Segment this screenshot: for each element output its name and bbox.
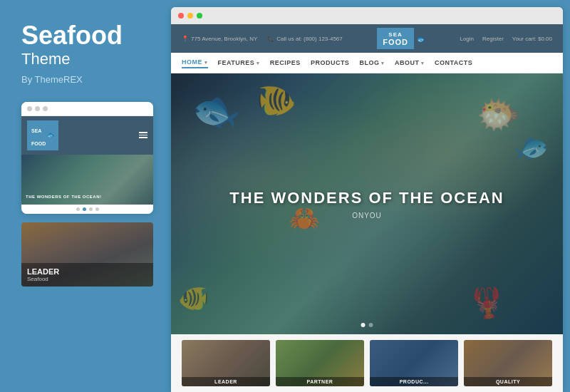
- nav-item-about[interactable]: ABOUT ▾: [395, 58, 425, 68]
- thumb-card-quality[interactable]: QUALITY: [464, 340, 552, 386]
- thumb-overlay-1: LEADER: [182, 377, 270, 386]
- dot-1: [27, 106, 32, 111]
- fish-decoration-6: 🦞: [467, 283, 508, 323]
- nav-arrow-about: ▾: [421, 61, 425, 66]
- nav-item-home[interactable]: HOME ▾: [182, 57, 208, 68]
- bottom-thumbnail: LEADER Seafood: [21, 222, 153, 287]
- mobile-dot-4: [95, 207, 99, 211]
- thumb-overlay-2: PARTNER: [276, 377, 364, 386]
- hero-dot-2[interactable]: [369, 323, 373, 327]
- cart-info[interactable]: Your cart: $0.00: [512, 36, 552, 42]
- fish-decoration-5: 🐠: [177, 282, 210, 314]
- hero-sub-text: ONYOU: [229, 212, 504, 220]
- thumb-overlay-3: PRODUC...: [370, 377, 458, 386]
- mobile-logo-fish-icon: 🐟: [47, 132, 54, 138]
- hero-main-text: THE WONDERS OF THE OCEAN: [229, 189, 504, 207]
- brand-subtitle: Theme: [21, 50, 157, 68]
- site-navigation: HOME ▾ FEATURES ▾ RECIPES PRODUCTS BLOG …: [171, 53, 563, 73]
- fish-decoration-3: 🐡: [472, 91, 523, 140]
- mobile-titlebar: [21, 102, 153, 116]
- mobile-hero-text: THE WONDERS OF THE OCEAN!: [26, 195, 102, 199]
- browser-minimize-button[interactable]: [187, 13, 193, 19]
- thumb-card-leader[interactable]: LEADER: [182, 340, 270, 386]
- hero-section: 🐟 🐠 🐡 🐟 🐠 🦞 🦀 THE WONDERS OF THE OCEAN O…: [171, 73, 563, 334]
- nav-arrow-home: ▾: [204, 60, 208, 65]
- hero-carousel-dots: [361, 323, 373, 327]
- browser-close-button[interactable]: [178, 13, 184, 19]
- browser-titlebar: [171, 7, 563, 24]
- address-info: 📍 775 Avenue, Brooklyn, NY: [182, 36, 257, 42]
- site-top-bar: 📍 775 Avenue, Brooklyn, NY 📞 Call us at:…: [171, 24, 563, 53]
- hamburger-line-1: [139, 132, 147, 133]
- site-logo: SEA FOOD 🐟: [377, 28, 425, 49]
- mobile-carousel-dots: [21, 205, 153, 214]
- mobile-logo-food: FOOD: [31, 141, 46, 146]
- logo-fish-icon: 🐟: [417, 35, 425, 43]
- thumb-label-1: LEADER: [185, 379, 266, 384]
- phone-info: 📞 Call us at: (800) 123-4567: [267, 36, 343, 42]
- register-link[interactable]: Register: [482, 36, 504, 42]
- brand-title: Seafood: [21, 21, 157, 50]
- bottom-thumb-overlay: LEADER Seafood: [21, 263, 153, 287]
- thumb-label-2: PARTNER: [279, 379, 361, 384]
- browser-maximize-button[interactable]: [197, 13, 202, 19]
- mobile-dot-2: [83, 207, 86, 211]
- top-bar-right: Login Register Your cart: $0.00: [460, 36, 552, 42]
- nav-arrow-features: ▾: [256, 61, 260, 66]
- dot-3: [43, 106, 48, 111]
- hamburger-line-2: [139, 135, 147, 136]
- mobile-hero-image: THE WONDERS OF THE OCEAN!: [21, 155, 153, 205]
- browser-mockup: 📍 775 Avenue, Brooklyn, NY 📞 Call us at:…: [171, 7, 563, 392]
- bottom-thumb-subtitle: Seafood: [27, 276, 147, 282]
- phone-icon: 📞: [267, 36, 274, 42]
- browser-content: 📍 775 Avenue, Brooklyn, NY 📞 Call us at:…: [171, 24, 563, 392]
- mobile-dot-3: [89, 207, 93, 211]
- logo-sea-text: SEA: [388, 31, 402, 38]
- hamburger-icon[interactable]: [139, 132, 147, 138]
- thumb-card-products[interactable]: PRODUC...: [370, 340, 458, 386]
- nav-item-contacts[interactable]: CONTACTS: [435, 58, 472, 68]
- hero-dot-1[interactable]: [361, 323, 366, 327]
- top-bar-left: 📍 775 Avenue, Brooklyn, NY 📞 Call us at:…: [182, 36, 343, 42]
- thumb-label-4: QUALITY: [467, 379, 549, 384]
- thumb-label-3: PRODUC...: [373, 379, 455, 384]
- nav-item-features[interactable]: FEATURES ▾: [218, 58, 260, 68]
- nav-item-products[interactable]: PRODUCTS: [311, 58, 350, 68]
- thumb-overlay-4: QUALITY: [464, 377, 552, 386]
- hamburger-line-3: [139, 137, 147, 138]
- bottom-thumb-title: LEADER: [27, 267, 147, 276]
- mobile-dot-1: [76, 207, 80, 211]
- mobile-nav: SEA FOOD 🐟: [21, 116, 153, 155]
- mobile-preview-card: SEA FOOD 🐟 THE WONDERS OF THE OCEAN!: [21, 102, 153, 214]
- dot-2: [35, 106, 40, 111]
- nav-item-blog[interactable]: BLOG ▾: [359, 58, 385, 68]
- phone-text: Call us at: (800) 123-4567: [276, 36, 343, 42]
- login-link[interactable]: Login: [460, 36, 474, 42]
- logo-box: SEA FOOD: [377, 28, 414, 49]
- mobile-logo-sea: SEA: [31, 128, 41, 133]
- location-icon: 📍: [182, 36, 189, 42]
- thumb-card-partner[interactable]: PARTNER: [276, 340, 364, 386]
- nav-arrow-blog: ▾: [381, 61, 385, 66]
- nav-item-recipes[interactable]: RECIPES: [270, 58, 301, 68]
- address-text: 775 Avenue, Brooklyn, NY: [191, 36, 257, 42]
- hero-text-container: THE WONDERS OF THE OCEAN ONYOU: [229, 189, 504, 220]
- mobile-logo: SEA FOOD 🐟: [27, 120, 58, 150]
- brand-by: By ThemeREX: [21, 74, 157, 85]
- logo-food-text: FOOD: [383, 38, 408, 46]
- fish-decoration-2: 🐠: [255, 79, 298, 120]
- product-thumbnails: LEADER PARTNER PRODUC... QUALITY: [171, 334, 563, 392]
- left-panel: Seafood Theme By ThemeREX SEA FOOD 🐟: [0, 0, 171, 392]
